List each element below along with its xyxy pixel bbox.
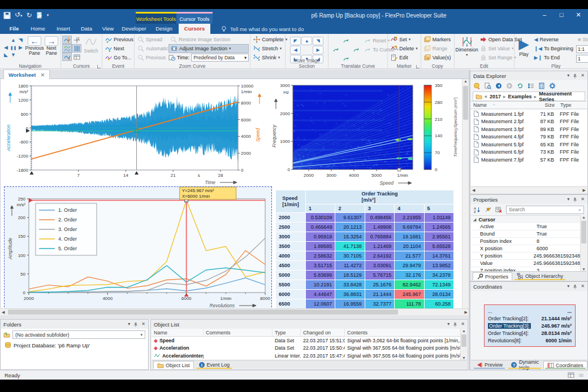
- order-tracking-cell[interactable]: 5.83699: [306, 271, 335, 280]
- data-explorer-menu-icon[interactable]: ▾: [567, 73, 569, 79]
- undo-icon[interactable]: ↺▾: [15, 11, 23, 19]
- order-tracking-cell[interactable]: 0.466649: [306, 223, 335, 232]
- file-row[interactable]: Measurement 2.fpf87 KBFPF File: [471, 118, 587, 126]
- dimension-button[interactable]: Dimension▾: [456, 35, 478, 61]
- move-up-right-icon[interactable]: ◥: [313, 37, 323, 45]
- move-up-left-icon[interactable]: ◤: [290, 37, 301, 45]
- file-row[interactable]: Measurement 3.fpf89 KBFPF File: [471, 125, 587, 133]
- play-button[interactable]: ▶Play: [516, 35, 533, 63]
- file-row[interactable]: Measurement 1.fpf71 KBFPF File: [471, 110, 587, 118]
- nav-pause-icon[interactable]: ❚❚: [10, 44, 17, 51]
- restore-image-section-button[interactable]: Restore Image Section: [168, 35, 249, 44]
- order-tracking-cell[interactable]: 1.89585: [306, 242, 335, 251]
- order-tracking-cell[interactable]: 2.21955: [395, 213, 423, 222]
- back-icon[interactable]: [495, 82, 502, 89]
- switch-button[interactable]: Switch: [81, 35, 101, 61]
- time-mode-select[interactable]: Predefined by Data▾: [191, 54, 249, 62]
- coordinates-pin-icon[interactable]: [573, 284, 577, 289]
- order-tracking-cell[interactable]: 72.1349: [425, 280, 453, 289]
- coordinates-menu-icon[interactable]: ▾: [567, 284, 569, 289]
- object-list-cell[interactable]: 22.03.2017 15:50:43: [301, 345, 345, 352]
- order-tracking-cell[interactable]: 20.1213: [335, 223, 364, 232]
- order-tracking-cell[interactable]: 30.7105: [335, 251, 364, 260]
- object-list-cell[interactable]: Data Set: [273, 337, 301, 345]
- order-tracking-cell[interactable]: 33.8428: [335, 280, 364, 289]
- add-cursor-icon[interactable]: [62, 53, 72, 61]
- marker-delete-button[interactable]: Delete▾: [389, 44, 420, 53]
- order-tracking-cell[interactable]: 0.530109: [306, 213, 335, 222]
- to-beginning-button[interactable]: ❙◀To Beginning: [533, 44, 576, 53]
- minimize-button[interactable]: –: [537, 10, 552, 20]
- subfolder-dropdown[interactable]: (No activated subfolder)▾: [12, 330, 145, 339]
- tab-insert[interactable]: Insert: [52, 24, 75, 34]
- close-button[interactable]: ✕: [571, 10, 586, 20]
- nav-left-icon[interactable]: ◀: [2, 44, 10, 51]
- categorize-icon[interactable]: [485, 206, 491, 213]
- spread-button[interactable]: Spread: [136, 35, 168, 44]
- order-tracking-cell[interactable]: 2.95561: [425, 232, 453, 241]
- property-category[interactable]: ◢Cursor: [471, 216, 580, 223]
- tab-coordinates[interactable]: Coordinates: [543, 361, 587, 369]
- breadcrumb[interactable]: « 2017▸ Examples▸ Measurement Series: [473, 92, 585, 101]
- cursors-dialog-launcher[interactable]: [97, 65, 101, 68]
- object-list-cell[interactable]: [204, 345, 273, 352]
- event-previous-button[interactable]: Previous: [103, 35, 133, 44]
- tab-developer[interactable]: Developer: [119, 24, 149, 34]
- object-list-cell[interactable]: Data Set: [273, 345, 301, 352]
- order-tracking-cell[interactable]: 29.9479: [395, 261, 423, 270]
- next-pane-button[interactable]: →Next Pane: [44, 35, 59, 61]
- object-list-cell[interactable]: Signal with 3,062 64-bit floating point …: [345, 337, 467, 345]
- order-tracking-cell[interactable]: 2.58632: [306, 251, 335, 260]
- marker-dialog-launcher[interactable]: [416, 65, 420, 68]
- order-tracking-cell[interactable]: 82.9462: [395, 280, 423, 289]
- order-tracking-cell[interactable]: 1.24565: [425, 223, 453, 232]
- order-tracking-cell[interactable]: 0.765884: [365, 232, 394, 241]
- adjust-image-section-button[interactable]: Adjust Image Section▾: [168, 44, 249, 53]
- property-row[interactable]: Value245.9666381592348: [471, 260, 580, 267]
- acceleration-speed-chart[interactable]: 180012006000-600-1200-1800m/s²1000080006…: [5, 81, 264, 186]
- order-tracking-cell[interactable]: 111.78: [395, 299, 423, 308]
- coordinates-close-icon[interactable]: ✕: [581, 284, 585, 289]
- order-tracking-cell[interactable]: 1.01149: [425, 213, 453, 222]
- dock-splitter[interactable]: [0, 315, 469, 319]
- tab-dynamic-help[interactable]: ?Dynamic Help: [507, 361, 542, 369]
- stop-button[interactable]: ■Stop: [576, 35, 588, 44]
- order-tracking-cell[interactable]: 9.69784: [395, 223, 423, 232]
- properties-search[interactable]: ⌕: [506, 206, 584, 214]
- crosshair-cursor-icon[interactable]: 2: [72, 36, 81, 44]
- nav-up-icon[interactable]: ▲: [10, 37, 17, 44]
- data-explorer-hscrollbar[interactable]: ◀▶: [471, 186, 587, 193]
- order-tracking-cell[interactable]: 0.498456: [365, 213, 394, 222]
- maximize-button[interactable]: □: [554, 10, 569, 20]
- qat-customize-icon[interactable]: ▾: [47, 12, 49, 19]
- status-view-icon[interactable]: [568, 372, 574, 378]
- properties-close-icon[interactable]: ✕: [581, 197, 585, 202]
- order-tracking-cell[interactable]: 16.9559: [335, 299, 364, 308]
- order-tracking-cell[interactable]: 19.1681: [395, 232, 423, 241]
- order-tracking-cell[interactable]: 32.176: [395, 271, 423, 280]
- time-frequency-spectrum-chart[interactable]: 20003000400050001/min0100020003000HzFreq…: [270, 80, 464, 190]
- tab-object-list[interactable]: Object List: [153, 361, 194, 369]
- order-tracking-cell[interactable]: 1.21469: [365, 242, 394, 251]
- automatic-button[interactable]: Automatic: [136, 44, 168, 53]
- object-list-column-header[interactable]: Comments: [204, 329, 273, 337]
- order-tracking-cell[interactable]: 5.65528: [425, 242, 453, 251]
- worksheet-canvas[interactable]: 180012006000-600-1200-1800m/s²1000080006…: [0, 79, 469, 308]
- order-tracking-cell[interactable]: 36.8831: [335, 290, 364, 299]
- preview-search-icon[interactable]: [485, 82, 491, 89]
- to-end-button[interactable]: ▶❙To End: [533, 53, 576, 62]
- order-tracking-cell[interactable]: 41.7138: [335, 242, 364, 251]
- property-row[interactable]: Z position index3: [471, 267, 580, 271]
- order-tracking-cell[interactable]: 10.2191: [306, 280, 335, 289]
- tab-data[interactable]: Data: [77, 24, 96, 34]
- property-row[interactable]: ActiveTrue: [471, 223, 580, 230]
- view-list-icon[interactable]: [528, 82, 534, 89]
- folders-close-icon[interactable]: ✕: [141, 321, 145, 327]
- object-list-column-header[interactable]: Changed on: [301, 329, 345, 337]
- shrink-button[interactable]: Shrink▾: [252, 53, 284, 62]
- object-list-scrollbar[interactable]: ▲▼: [460, 329, 467, 360]
- project-database-item[interactable]: Project Database: 'p6 Ramp Up': [1, 341, 148, 350]
- file-row[interactable]: Measurement 5.fpf65 KBFPF File: [471, 141, 587, 149]
- order-tracking-cell[interactable]: 34.2378: [425, 271, 453, 280]
- copy-markers-button[interactable]: Markers: [422, 35, 453, 44]
